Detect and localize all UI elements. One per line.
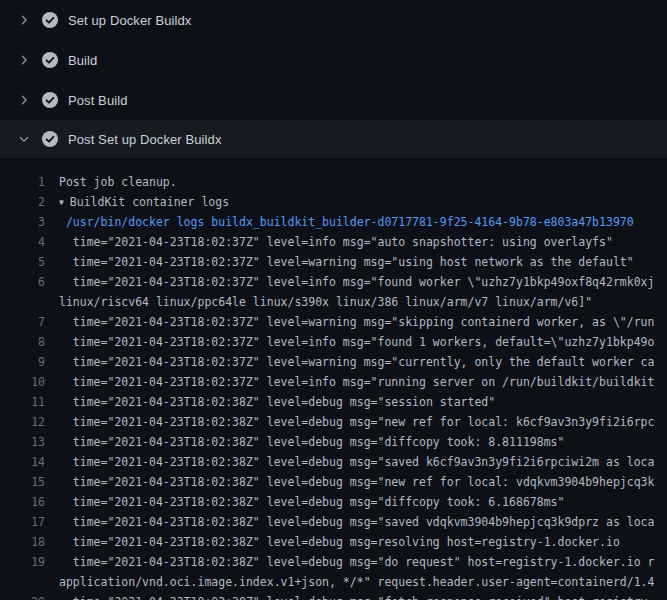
log-line: 13 time="2021-04-23T18:02:38Z" level=deb… (0, 432, 667, 452)
log-line: 12 time="2021-04-23T18:02:38Z" level=deb… (0, 412, 667, 432)
steps-list: Set up Docker BuildxBuildPost BuildPost … (0, 0, 667, 158)
chevron-down-icon[interactable] (16, 131, 32, 147)
line-number: 9 (0, 352, 45, 372)
line-number: 20 (0, 592, 45, 600)
line-number: 3 (0, 212, 45, 232)
line-number: 7 (0, 312, 45, 332)
log-line-command: 3 /usr/bin/docker logs buildx_buildkit_b… (0, 212, 667, 232)
log-line: 5 time="2021-04-23T18:02:37Z" level=warn… (0, 252, 667, 272)
line-number: 2 (0, 192, 45, 212)
chevron-right-icon[interactable] (16, 52, 32, 68)
log-text: time="2021-04-23T18:02:37Z" level=info m… (59, 332, 654, 352)
check-circle-icon (42, 52, 58, 68)
check-circle-icon (42, 92, 58, 108)
log-text: linux/riscv64 linux/ppc64le linux/s390x … (59, 292, 592, 312)
group-toggle-icon[interactable]: ▼ (59, 193, 64, 212)
log-text: time="2021-04-23T18:02:37Z" level=info m… (59, 372, 654, 392)
step-row-build[interactable]: Build (0, 40, 667, 80)
log-line: 11 time="2021-04-23T18:02:38Z" level=deb… (0, 392, 667, 412)
log-text: Post job cleanup. (59, 172, 177, 192)
log-line: 14 time="2021-04-23T18:02:38Z" level=deb… (0, 452, 667, 472)
log-text: time="2021-04-23T18:02:38Z" level=debug … (59, 532, 620, 552)
check-circle-icon (42, 131, 58, 147)
log-line: 7 time="2021-04-23T18:02:37Z" level=warn… (0, 312, 667, 332)
log-text: ▼BuildKit container logs (59, 192, 229, 212)
line-number (0, 292, 45, 312)
line-number: 8 (0, 332, 45, 352)
chevron-right-icon[interactable] (16, 92, 32, 108)
log-text: application/vnd.oci.image.index.v1+json,… (59, 572, 654, 592)
log-line-group[interactable]: 2▼BuildKit container logs (0, 192, 667, 212)
step-label: Post Build (68, 93, 128, 108)
step-label: Post Set up Docker Buildx (68, 132, 222, 147)
log-text: time="2021-04-23T18:02:38Z" level=debug … (59, 592, 648, 600)
log-line: 17 time="2021-04-23T18:02:38Z" level=deb… (0, 512, 667, 532)
log-line: application/vnd.oci.image.index.v1+json,… (0, 572, 667, 592)
log-text: time="2021-04-23T18:02:38Z" level=debug … (59, 412, 654, 432)
log-text: time="2021-04-23T18:02:37Z" level=info m… (59, 232, 613, 252)
line-number: 15 (0, 472, 45, 492)
step-label: Build (68, 53, 97, 68)
log-text: time="2021-04-23T18:02:38Z" level=debug … (59, 432, 564, 452)
line-number: 16 (0, 492, 45, 512)
log-text: /usr/bin/docker logs buildx_buildkit_bui… (59, 212, 634, 232)
line-number: 5 (0, 252, 45, 272)
log-text: time="2021-04-23T18:02:38Z" level=debug … (59, 472, 654, 492)
log-line: 1Post job cleanup. (0, 172, 667, 192)
check-circle-icon (42, 12, 58, 28)
log-text: time="2021-04-23T18:02:37Z" level=warnin… (59, 352, 654, 372)
step-label: Set up Docker Buildx (68, 13, 191, 28)
log-line: 4 time="2021-04-23T18:02:37Z" level=info… (0, 232, 667, 252)
log-area: 1Post job cleanup.2▼BuildKit container l… (0, 158, 667, 600)
log-line: 18 time="2021-04-23T18:02:38Z" level=deb… (0, 532, 667, 552)
log-text: time="2021-04-23T18:02:38Z" level=debug … (59, 492, 564, 512)
log-line: 8 time="2021-04-23T18:02:37Z" level=info… (0, 332, 667, 352)
log-text: time="2021-04-23T18:02:38Z" level=debug … (59, 452, 654, 472)
log-line: 6 time="2021-04-23T18:02:37Z" level=info… (0, 272, 667, 292)
log-line: 19 time="2021-04-23T18:02:38Z" level=deb… (0, 552, 667, 572)
line-number: 14 (0, 452, 45, 472)
line-number: 1 (0, 172, 45, 192)
log-text: time="2021-04-23T18:02:37Z" level=warnin… (59, 252, 634, 272)
log-line: 16 time="2021-04-23T18:02:38Z" level=deb… (0, 492, 667, 512)
line-number: 17 (0, 512, 45, 532)
log-line: 20 time="2021-04-23T18:02:38Z" level=deb… (0, 592, 667, 600)
line-number: 18 (0, 532, 45, 552)
line-number: 19 (0, 552, 45, 572)
line-number: 11 (0, 392, 45, 412)
log-text: time="2021-04-23T18:02:38Z" level=debug … (59, 552, 654, 572)
log-text: time="2021-04-23T18:02:37Z" level=warnin… (59, 312, 654, 332)
line-number: 10 (0, 372, 45, 392)
log-text: time="2021-04-23T18:02:38Z" level=debug … (59, 512, 654, 532)
chevron-right-icon[interactable] (16, 12, 32, 28)
log-line: 10 time="2021-04-23T18:02:37Z" level=inf… (0, 372, 667, 392)
line-number: 4 (0, 232, 45, 252)
step-row-post-build[interactable]: Post Build (0, 80, 667, 120)
log-line: linux/riscv64 linux/ppc64le linux/s390x … (0, 292, 667, 312)
log-text: time="2021-04-23T18:02:38Z" level=debug … (59, 392, 495, 412)
line-number: 12 (0, 412, 45, 432)
workflow-log-panel: Set up Docker BuildxBuildPost BuildPost … (0, 0, 667, 600)
log-line: 15 time="2021-04-23T18:02:38Z" level=deb… (0, 472, 667, 492)
line-number: 13 (0, 432, 45, 452)
log-text: time="2021-04-23T18:02:37Z" level=info m… (59, 272, 654, 292)
step-row-set-up-docker-buildx[interactable]: Set up Docker Buildx (0, 0, 667, 40)
log-line: 9 time="2021-04-23T18:02:37Z" level=warn… (0, 352, 667, 372)
step-row-post-set-up-docker-buildx[interactable]: Post Set up Docker Buildx (0, 120, 667, 158)
line-number: 6 (0, 272, 45, 292)
line-number (0, 572, 45, 592)
